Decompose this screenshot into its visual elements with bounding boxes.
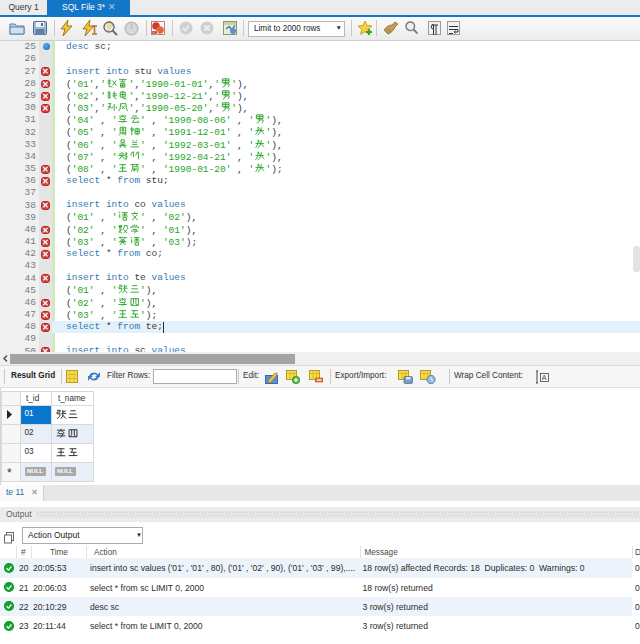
svg-text:SQL: SQL	[152, 31, 159, 35]
svg-text:A: A	[542, 374, 547, 381]
